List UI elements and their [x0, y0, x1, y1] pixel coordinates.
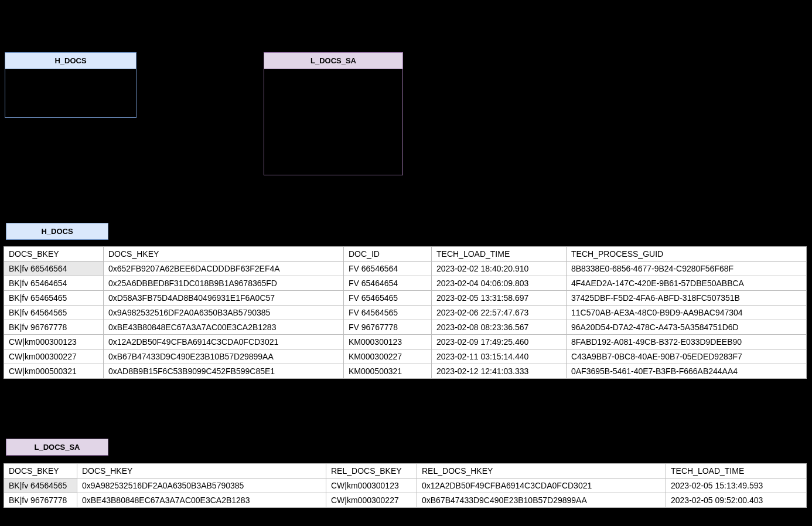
table-cell: C43A9BB7-0BC8-40AE-90B7-05EDED9283F7: [567, 349, 807, 364]
table-cell: FV 66546564: [344, 262, 432, 276]
table-cell: CW|km000300227: [4, 349, 104, 364]
entity-title-h-docs: H_DOCS: [5, 53, 136, 69]
table-cell: 11C570AB-AE3A-48C0-B9D9-AA9BAC947304: [567, 306, 807, 320]
table-cell: 37425DBF-F5D2-4FA6-ABFD-318FC507351B: [567, 291, 807, 306]
table-cell: 0xB67B47433D9C490E23B10B57D29899AA: [417, 493, 666, 508]
table-head: DOCS_BKEY DOCS_HKEY DOC_ID TECH_LOAD_TIM…: [4, 247, 807, 262]
table-cell: CW|km000300123: [326, 479, 417, 493]
col-header: REL_DOCS_HKEY: [417, 464, 666, 479]
table-cell: 0x652FB9207A62BEE6DACDDDBF63F2EF4A: [104, 262, 344, 276]
table-cell: BK|fv 96767778: [4, 320, 104, 335]
table-row: BK|fv 665465640x652FB9207A62BEE6DACDDDBF…: [4, 262, 807, 276]
col-header: TECH_PROCESS_GUID: [567, 247, 807, 262]
table-cell: 2023-02-05 15:13:49.593: [666, 479, 807, 493]
table-cell: 96A20D54-D7A2-478C-A473-5A3584751D6D: [567, 320, 807, 335]
table-cell: CW|km000500321: [4, 364, 104, 379]
table-head: DOCS_BKEY DOCS_HKEY REL_DOCS_BKEY REL_DO…: [4, 464, 807, 479]
table-cell: 2023-02-02 18:40:20.910: [432, 262, 567, 276]
table-cell: 8FABD192-A081-49CB-B372-E033D9DEEB90: [567, 335, 807, 349]
table-cell: 8B8338E0-6856-4677-9B24-C9280F56F68F: [567, 262, 807, 276]
table-cell: BK|fv 64564565: [4, 306, 104, 320]
table-cell: 0x9A982532516DF2A0A6350B3AB5790385: [77, 479, 326, 493]
table-cell: 0x25A6DBBED8F31DC018B9B1A9678365FD: [104, 276, 344, 291]
table-cell: 0AF3695B-5461-40E7-B3FB-F666AB244AA4: [567, 364, 807, 379]
table-cell: BK|fv 65464654: [4, 276, 104, 291]
col-header: DOCS_HKEY: [104, 247, 344, 262]
entity-box-l-docs-sa: L_DOCS_SA: [264, 52, 403, 175]
table-cell: CW|km000300123: [4, 335, 104, 349]
table-cell: FV 64564565: [344, 306, 432, 320]
table-cell: CW|km000300227: [326, 493, 417, 508]
table-cell: 2023-02-12 12:41:03.333: [432, 364, 567, 379]
table-cell: 2023-02-06 22:57:47.673: [432, 306, 567, 320]
col-header: REL_DOCS_BKEY: [326, 464, 417, 479]
table-row: BK|fv 967677780xBE43B80848EC67A3A7AC00E3…: [4, 493, 807, 508]
table-cell: 4F4AED2A-147C-420E-9B61-57DBE50ABBCA: [567, 276, 807, 291]
table-cell: 0x12A2DB50F49CFBA6914C3CDA0FCD3021: [104, 335, 344, 349]
table-cell: FV 65465465: [344, 291, 432, 306]
table-cell: 0x12A2DB50F49CFBA6914C3CDA0FCD3021: [417, 479, 666, 493]
table-tab-l-docs-sa: L_DOCS_SA: [6, 439, 108, 456]
data-table-h-docs: DOCS_BKEY DOCS_HKEY DOC_ID TECH_LOAD_TIM…: [4, 246, 807, 379]
table-cell: 2023-02-05 13:31:58.697: [432, 291, 567, 306]
col-header: DOCS_BKEY: [4, 247, 104, 262]
table-cell: KM000300123: [344, 335, 432, 349]
col-header: DOCS_HKEY: [77, 464, 326, 479]
table-cell: BK|fv 96767778: [4, 493, 77, 508]
col-header: TECH_LOAD_TIME: [432, 247, 567, 262]
table-cell: BK|fv 65465465: [4, 291, 104, 306]
table-cell: 2023-02-04 04:06:09.803: [432, 276, 567, 291]
table-row: BK|fv 645645650x9A982532516DF2A0A6350B3A…: [4, 306, 807, 320]
table-row: BK|fv 645645650x9A982532516DF2A0A6350B3A…: [4, 479, 807, 493]
table-cell: KM000300227: [344, 349, 432, 364]
table-row: CW|km0003001230x12A2DB50F49CFBA6914C3CDA…: [4, 335, 807, 349]
table-row: CW|km0003002270xB67B47433D9C490E23B10B57…: [4, 349, 807, 364]
table-cell: BK|fv 66546564: [4, 262, 104, 276]
table-cell: 0xD58A3FB75D4AD8B40496931E1F6A0C57: [104, 291, 344, 306]
col-header: DOC_ID: [344, 247, 432, 262]
diagram-stage: H_DOCS L_DOCS_SA H_DOCS DOCS_BKEY DOCS_H…: [0, 0, 812, 526]
entity-title-l-docs-sa: L_DOCS_SA: [264, 53, 402, 69]
table-cell: 0xBE43B80848EC67A3A7AC00E3CA2B1283: [104, 320, 344, 335]
table-cell: BK|fv 64564565: [4, 479, 77, 493]
table-cell: 2023-02-08 08:23:36.567: [432, 320, 567, 335]
table-row: CW|km0005003210xAD8B9B15F6C53B9099C452FB…: [4, 364, 807, 379]
table-cell: 0xAD8B9B15F6C53B9099C452FB599C85E1: [104, 364, 344, 379]
table-cell: FV 65464654: [344, 276, 432, 291]
table-cell: FV 96767778: [344, 320, 432, 335]
table-tab-h-docs: H_DOCS: [6, 223, 108, 240]
table-row: BK|fv 654646540x25A6DBBED8F31DC018B9B1A9…: [4, 276, 807, 291]
entity-box-h-docs: H_DOCS: [5, 52, 137, 118]
table-row: BK|fv 654654650xD58A3FB75D4AD8B40496931E…: [4, 291, 807, 306]
data-table-l-docs-sa: DOCS_BKEY DOCS_HKEY REL_DOCS_BKEY REL_DO…: [4, 463, 807, 508]
table-row: BK|fv 967677780xBE43B80848EC67A3A7AC00E3…: [4, 320, 807, 335]
table-cell: 0xB67B47433D9C490E23B10B57D29899AA: [104, 349, 344, 364]
table-cell: 0xBE43B80848EC67A3A7AC00E3CA2B1283: [77, 493, 326, 508]
table-cell: KM000500321: [344, 364, 432, 379]
table-cell: 2023-02-05 09:52:00.403: [666, 493, 807, 508]
table-cell: 2023-02-11 03:15:14.440: [432, 349, 567, 364]
col-header: DOCS_BKEY: [4, 464, 77, 479]
table-cell: 2023-02-09 17:49:25.460: [432, 335, 567, 349]
col-header: TECH_LOAD_TIME: [666, 464, 807, 479]
table-cell: 0x9A982532516DF2A0A6350B3AB5790385: [104, 306, 344, 320]
